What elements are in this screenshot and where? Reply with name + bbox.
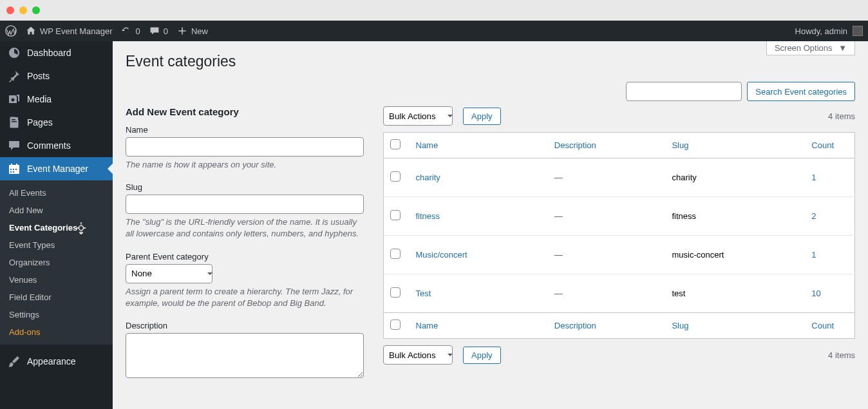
sidebar-item-media[interactable]: Media [0, 88, 113, 111]
window-zoom-icon[interactable] [32, 6, 40, 14]
wp-logo[interactable] [5, 25, 17, 37]
sidebar-item-comments[interactable]: Comments [0, 134, 113, 157]
svg-rect-3 [12, 119, 15, 120]
parent-select[interactable]: None [126, 264, 212, 283]
category-search-input[interactable] [626, 82, 742, 101]
submenu-addons[interactable]: Add-ons [0, 323, 113, 341]
calendar-icon [8, 162, 21, 175]
name-input[interactable] [126, 137, 364, 157]
row-name-link[interactable]: fitness [416, 211, 440, 221]
bulk-actions-bottom[interactable]: Bulk Actions [383, 345, 453, 365]
row-slug: fitness [672, 211, 696, 221]
form-heading: Add New Event category [126, 106, 364, 117]
comment-icon [149, 26, 160, 36]
new-content-link[interactable]: New [177, 26, 208, 36]
col-count-header[interactable]: Count [805, 133, 854, 158]
comment-icon [8, 139, 21, 152]
updates-link[interactable]: 0 [121, 26, 140, 36]
row-description: — [554, 211, 563, 221]
row-count-link[interactable]: 1 [811, 173, 816, 182]
table-row: charity—charity1 [384, 158, 855, 197]
content-area: Screen Options ▼ Event categories Search… [113, 41, 868, 409]
svg-point-1 [12, 99, 15, 102]
submenu-settings[interactable]: Settings [0, 306, 113, 323]
col-count-footer[interactable]: Count [805, 313, 854, 339]
svg-rect-6 [9, 165, 19, 167]
pin-icon [8, 70, 21, 82]
updates-count: 0 [135, 26, 140, 36]
col-name-header[interactable]: Name [410, 133, 548, 158]
row-name-link[interactable]: Test [416, 289, 431, 298]
search-button[interactable]: Search Event categories [747, 82, 855, 101]
row-checkbox[interactable] [390, 249, 401, 259]
page-title: Event categories [113, 41, 868, 77]
submenu-organizers[interactable]: Organizers [0, 254, 113, 271]
sidebar-item-event-manager[interactable]: Event Manager [0, 157, 113, 180]
home-icon [26, 26, 36, 36]
submenu-event-types[interactable]: Event Types [0, 236, 113, 254]
row-slug: charity [672, 173, 696, 182]
row-count-link[interactable]: 10 [811, 289, 820, 298]
svg-rect-2 [10, 117, 18, 128]
sidebar-item-dashboard[interactable]: Dashboard [0, 41, 113, 64]
svg-rect-12 [11, 164, 12, 166]
sidebar-item-appearance[interactable]: Appearance [0, 350, 113, 373]
submenu-event-categories[interactable]: Event Categories [0, 219, 113, 236]
slug-input[interactable] [126, 195, 364, 214]
table-row: Test—test10 [384, 274, 855, 313]
screen-options-label: Screen Options [775, 43, 833, 53]
submenu-all-events[interactable]: All Events [0, 184, 113, 202]
comments-link[interactable]: 0 [149, 26, 168, 36]
svg-rect-9 [15, 169, 17, 170]
apply-button-bottom[interactable]: Apply [463, 347, 501, 364]
sidebar-item-pages[interactable]: Pages [0, 111, 113, 134]
window-close-icon[interactable] [6, 6, 14, 14]
bulk-actions-top[interactable]: Bulk Actions [383, 106, 453, 126]
col-description-footer[interactable]: Description [548, 313, 666, 339]
svg-rect-4 [12, 121, 17, 122]
event-manager-submenu: All Events Add New Event Categories Even… [0, 180, 113, 345]
row-description: — [554, 289, 563, 298]
svg-rect-13 [16, 164, 17, 166]
parent-label: Parent Event category [126, 252, 364, 262]
select-all-top[interactable] [390, 139, 401, 149]
sidebar-item-label: Appearance [27, 356, 76, 366]
cursor-icon [76, 222, 86, 234]
submenu-add-new[interactable]: Add New [0, 202, 113, 219]
row-checkbox[interactable] [390, 287, 401, 298]
row-checkbox[interactable] [390, 210, 401, 220]
submenu-field-editor[interactable]: Field Editor [0, 289, 113, 306]
site-home-link[interactable]: WP Event Manager [26, 26, 112, 36]
comments-count: 0 [164, 26, 168, 36]
slug-label: Slug [126, 182, 364, 192]
row-slug: music-concert [672, 250, 724, 260]
select-all-bottom[interactable] [390, 319, 401, 330]
apply-button-top[interactable]: Apply [463, 108, 501, 125]
screen-options-toggle[interactable]: Screen Options ▼ [766, 41, 855, 55]
row-checkbox[interactable] [390, 171, 401, 182]
admin-bar: WP Event Manager 0 0 New Howdy, admin [0, 21, 868, 41]
sidebar-item-posts[interactable]: Posts [0, 64, 113, 88]
description-textarea[interactable] [126, 333, 364, 378]
parent-help: Assign a parent term to create a hierarc… [126, 286, 364, 309]
dashboard-icon [8, 46, 21, 59]
row-count-link[interactable]: 1 [811, 250, 816, 260]
col-slug-footer[interactable]: Slug [665, 313, 805, 339]
categories-table: Name Description Slug Count charity—char… [383, 132, 855, 339]
svg-rect-11 [13, 171, 14, 173]
row-count-link[interactable]: 2 [811, 211, 816, 221]
col-slug-header[interactable]: Slug [665, 133, 805, 158]
items-count-top: 4 items [828, 111, 855, 121]
description-label: Description [126, 321, 364, 330]
name-label: Name [126, 125, 364, 135]
admin-bar-account[interactable]: Howdy, admin [795, 26, 863, 36]
window-minimize-icon[interactable] [19, 6, 27, 14]
categories-list: Bulk Actions Apply 4 items Name Descript… [383, 106, 855, 380]
col-name-footer[interactable]: Name [410, 313, 548, 339]
refresh-icon [121, 26, 131, 36]
add-category-form: Add New Event category Name The name is … [126, 106, 364, 380]
col-description-header[interactable]: Description [548, 133, 666, 158]
submenu-venues[interactable]: Venues [0, 271, 113, 289]
row-name-link[interactable]: Music/concert [416, 250, 467, 260]
row-name-link[interactable]: charity [416, 173, 440, 182]
